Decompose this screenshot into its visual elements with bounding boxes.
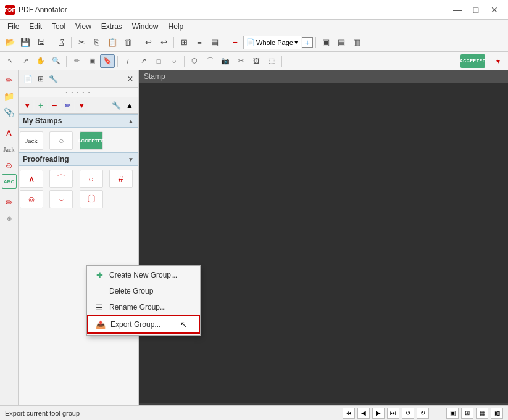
- panel-close-btn[interactable]: ✕: [125, 73, 136, 85]
- ctx-create-group[interactable]: ✚ Create New Group...: [87, 267, 200, 283]
- stamps-fav-btn[interactable]: ♥: [21, 100, 33, 111]
- stamps-add-btn[interactable]: +: [35, 100, 47, 111]
- menu-edit[interactable]: Edit: [24, 21, 47, 32]
- stamp-smiley[interactable]: ☺: [49, 131, 73, 150]
- sidebar-folder-btn[interactable]: 📁: [2, 89, 17, 104]
- zoom-out-button[interactable]: −: [228, 36, 243, 49]
- pdf-content[interactable]: [139, 83, 508, 403]
- menu-tool[interactable]: Tool: [47, 21, 70, 32]
- paste-button[interactable]: 📋: [105, 36, 120, 49]
- status-loop-btn[interactable]: ↺: [402, 408, 414, 419]
- img2-tool[interactable]: ⬚: [264, 54, 279, 68]
- sidebar-text-btn[interactable]: A: [2, 126, 17, 141]
- copy-button[interactable]: ⎘: [90, 36, 104, 49]
- sidebar-jack-btn[interactable]: Jack: [2, 142, 17, 157]
- view1-button[interactable]: ▣: [319, 36, 333, 49]
- undo2-button[interactable]: ↩: [156, 36, 171, 49]
- proofreading-group-header[interactable]: Proofreading ▼: [19, 152, 138, 166]
- pagenum-button[interactable]: ⊞: [177, 36, 191, 49]
- sidebar-smiley-btn[interactable]: ☺: [2, 158, 17, 173]
- ellipse-tool[interactable]: ○: [167, 54, 181, 68]
- minimize-button[interactable]: —: [449, 4, 466, 16]
- cut-button[interactable]: ✂: [74, 36, 89, 49]
- status-back-btn[interactable]: ◀: [357, 408, 370, 419]
- status-play-btn[interactable]: ▶: [372, 408, 385, 419]
- view2-button[interactable]: ▤: [334, 36, 349, 49]
- eraser-tool[interactable]: ⬡: [187, 54, 202, 68]
- proof-stamp-2[interactable]: ⌒: [49, 170, 73, 188]
- proof-stamp-3[interactable]: ○: [80, 170, 103, 188]
- sidebar-page-btn[interactable]: ⊕: [2, 211, 17, 226]
- undo-button[interactable]: ↩: [141, 36, 156, 49]
- camera-tool[interactable]: 📷: [218, 54, 233, 68]
- proof-stamp-6[interactable]: ⌣: [49, 190, 73, 208]
- drag-handle[interactable]: • • • • •: [19, 88, 138, 97]
- stamps-heart-btn[interactable]: ♥: [75, 100, 88, 111]
- proof-stamp-4[interactable]: #: [109, 170, 133, 188]
- menu-help[interactable]: Help: [164, 21, 189, 32]
- line-tool[interactable]: /: [120, 54, 135, 68]
- view3-button[interactable]: ▥: [349, 36, 364, 49]
- ctx-delete-group[interactable]: — Delete Group: [87, 283, 200, 299]
- delete-button[interactable]: 🗑: [120, 36, 135, 49]
- accepted-stamp[interactable]: ACCEPTED: [460, 54, 485, 68]
- maximize-button[interactable]: □: [467, 4, 485, 16]
- pagelist2-button[interactable]: ▤: [207, 36, 222, 49]
- ctx-export-group[interactable]: 📤 Export Group... ↖: [87, 315, 200, 334]
- sidebar-clip-btn[interactable]: 📎: [2, 105, 17, 120]
- zoom-in-button[interactable]: +: [302, 37, 313, 48]
- sidebar-pen-btn[interactable]: ✏: [2, 73, 17, 88]
- pagelist-button[interactable]: ≡: [192, 36, 207, 49]
- proof-stamp-1[interactable]: ∧: [20, 170, 43, 188]
- select2-tool[interactable]: ↗: [18, 54, 33, 68]
- stamp-tool[interactable]: 🔖: [100, 54, 115, 68]
- open-button[interactable]: 📂: [2, 36, 17, 49]
- pen-tool[interactable]: ✏: [69, 54, 84, 68]
- stamps-wrench-btn[interactable]: 🔧: [110, 100, 122, 111]
- panel-multi-btn[interactable]: ⊞: [35, 73, 46, 85]
- view-grid4[interactable]: ▩: [491, 408, 503, 419]
- rect-tool[interactable]: □: [151, 54, 166, 68]
- proof-stamp-5[interactable]: ☺: [20, 190, 43, 208]
- menu-extras[interactable]: Extras: [96, 21, 127, 32]
- stamp-jack[interactable]: Jack: [20, 131, 43, 150]
- title-bar-left: PDF PDF Annotator: [5, 5, 67, 15]
- panel-settings-btn[interactable]: 🔧: [46, 73, 60, 85]
- app-icon: PDF: [5, 5, 15, 15]
- stamp-accepted[interactable]: ACCEPTED: [80, 131, 103, 150]
- view-grid3[interactable]: ▦: [476, 408, 488, 419]
- my-stamps-group-header[interactable]: My Stamps ▲: [19, 114, 138, 128]
- arrow-tool[interactable]: ↗: [136, 54, 151, 68]
- scissors-tool[interactable]: ✂: [233, 54, 248, 68]
- print-button[interactable]: 🖨: [54, 36, 69, 49]
- save2-button[interactable]: 🖫: [33, 36, 48, 49]
- menu-window[interactable]: Window: [127, 21, 164, 32]
- zoom-tool[interactable]: 🔍: [49, 54, 64, 68]
- status-next-btn[interactable]: ⏭: [387, 408, 399, 419]
- sidebar-extra-btn[interactable]: ✏: [2, 195, 17, 210]
- lasso-tool[interactable]: ⌒: [202, 54, 217, 68]
- status-prev-btn[interactable]: ⏮: [343, 408, 355, 419]
- view-grid2[interactable]: ⊞: [461, 408, 473, 419]
- close-button[interactable]: ✕: [486, 4, 503, 16]
- view-grid1[interactable]: ▣: [446, 408, 459, 419]
- img-tool[interactable]: 🖼: [249, 54, 264, 68]
- stamps-edit-btn[interactable]: ✏: [62, 100, 74, 111]
- save-button[interactable]: 💾: [18, 36, 33, 49]
- proof-stamp-7[interactable]: 〔〕: [80, 190, 103, 208]
- fav-tool[interactable]: ♥: [491, 54, 506, 68]
- menu-view[interactable]: View: [70, 21, 96, 32]
- sep6: [315, 37, 316, 48]
- hand-tool[interactable]: ✋: [33, 54, 48, 68]
- menu-file[interactable]: File: [2, 21, 24, 32]
- status-fwd-btn[interactable]: ↻: [417, 408, 429, 419]
- stamps-minus-btn[interactable]: −: [48, 100, 60, 111]
- panel-new-btn[interactable]: 📄: [21, 73, 35, 85]
- zoom-dropdown[interactable]: 📄 Whole Page ▾: [243, 36, 301, 49]
- stamps-expand-btn[interactable]: ▲: [123, 100, 136, 111]
- ctx-create-label: Create New Group...: [109, 271, 177, 279]
- select-tool[interactable]: ↖: [2, 54, 17, 68]
- highlight-tool[interactable]: ▣: [85, 54, 99, 68]
- ctx-rename-group[interactable]: ☰ Rename Group...: [87, 299, 200, 315]
- sidebar-abc-btn[interactable]: ABC: [2, 174, 17, 189]
